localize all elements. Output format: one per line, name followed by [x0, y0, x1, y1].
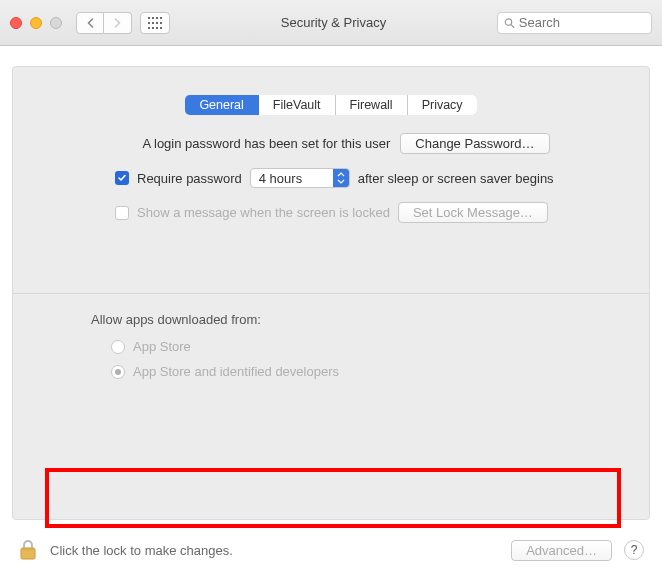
search-icon	[504, 17, 515, 29]
set-lock-message-button: Set Lock Message…	[398, 202, 548, 223]
allow-apps-section: Allow apps downloaded from: App Store Ap…	[13, 312, 649, 379]
lock-icon[interactable]	[18, 538, 38, 562]
tab-label: Firewall	[350, 98, 393, 112]
help-button[interactable]: ?	[624, 540, 644, 560]
divider	[13, 293, 649, 294]
preferences-panel: General FileVault Firewall Privacy A log…	[12, 66, 650, 520]
svg-rect-3	[160, 17, 162, 19]
radio-row-identified: App Store and identified developers	[91, 364, 649, 379]
minimize-window-button[interactable]	[30, 17, 42, 29]
svg-rect-7	[160, 22, 162, 24]
show-all-button[interactable]	[140, 12, 170, 34]
after-sleep-text: after sleep or screen saver begins	[358, 171, 554, 186]
tab-label: General	[199, 98, 243, 112]
tab-firewall[interactable]: Firewall	[336, 95, 408, 115]
search-field[interactable]	[497, 12, 652, 34]
svg-rect-0	[148, 17, 150, 19]
tab-filevault[interactable]: FileVault	[259, 95, 336, 115]
button-label: Advanced…	[526, 543, 597, 558]
tab-bar: General FileVault Firewall Privacy	[185, 95, 476, 115]
button-label: Set Lock Message…	[413, 205, 533, 220]
advanced-button: Advanced…	[511, 540, 612, 561]
show-message-checkbox	[115, 206, 129, 220]
login-password-row: A login password has been set for this u…	[83, 133, 609, 154]
password-delay-select[interactable]: 4 hours	[250, 168, 350, 188]
checkmark-icon	[117, 173, 127, 183]
highlight-annotation	[45, 468, 621, 528]
radio-label: App Store and identified developers	[133, 364, 339, 379]
lock-hint-text: Click the lock to make changes.	[50, 543, 499, 558]
svg-rect-9	[152, 27, 154, 29]
appstore-radio	[111, 340, 125, 354]
help-label: ?	[631, 543, 638, 557]
tab-label: Privacy	[422, 98, 463, 112]
svg-rect-1	[152, 17, 154, 19]
identified-developers-radio	[111, 365, 125, 379]
svg-rect-11	[160, 27, 162, 29]
window-title: Security & Privacy	[178, 15, 489, 30]
forward-button[interactable]	[104, 12, 132, 34]
radio-row-appstore: App Store	[91, 339, 649, 354]
search-input[interactable]	[519, 15, 645, 30]
svg-point-12	[505, 18, 511, 24]
back-button[interactable]	[76, 12, 104, 34]
tab-bar-container: General FileVault Firewall Privacy	[13, 95, 649, 133]
svg-rect-4	[148, 22, 150, 24]
radio-label: App Store	[133, 339, 191, 354]
svg-line-13	[511, 24, 514, 27]
svg-rect-10	[156, 27, 158, 29]
zoom-window-button	[50, 17, 62, 29]
login-password-text: A login password has been set for this u…	[142, 136, 390, 151]
button-label: Change Password…	[415, 136, 534, 151]
require-password-checkbox[interactable]	[115, 171, 129, 185]
show-message-row: Show a message when the screen is locked…	[83, 202, 609, 223]
stepper-arrows-icon	[333, 169, 349, 187]
require-password-label: Require password	[137, 171, 242, 186]
allow-apps-title: Allow apps downloaded from:	[91, 312, 649, 327]
nav-back-forward	[76, 12, 132, 34]
require-password-row: Require password 4 hours after sleep or …	[83, 168, 609, 188]
login-section: A login password has been set for this u…	[13, 133, 649, 223]
svg-rect-6	[156, 22, 158, 24]
tab-general[interactable]: General	[185, 95, 258, 115]
footer: Click the lock to make changes. Advanced…	[18, 538, 644, 562]
content-area: General FileVault Firewall Privacy A log…	[0, 46, 662, 568]
close-window-button[interactable]	[10, 17, 22, 29]
svg-rect-8	[148, 27, 150, 29]
tab-privacy[interactable]: Privacy	[408, 95, 477, 115]
traffic-lights	[10, 17, 62, 29]
window-titlebar: Security & Privacy	[0, 0, 662, 46]
tab-label: FileVault	[273, 98, 321, 112]
change-password-button[interactable]: Change Password…	[400, 133, 549, 154]
svg-rect-15	[21, 548, 35, 551]
svg-rect-5	[152, 22, 154, 24]
show-message-label: Show a message when the screen is locked	[137, 205, 390, 220]
select-value: 4 hours	[259, 171, 302, 186]
svg-rect-2	[156, 17, 158, 19]
